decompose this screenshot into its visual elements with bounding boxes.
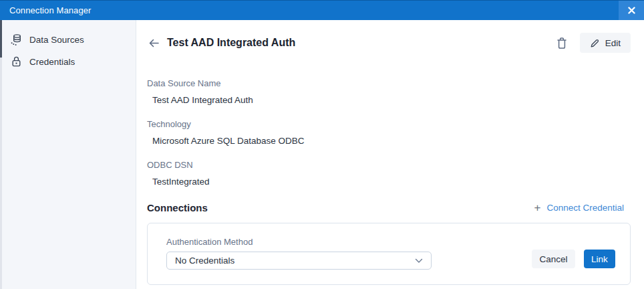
auth-method-label: Authentication Method <box>166 236 614 248</box>
edit-button[interactable]: Edit <box>580 33 631 53</box>
edit-button-label: Edit <box>605 38 621 48</box>
arrow-left-icon <box>148 38 160 48</box>
panel-actions: Cancel Link <box>532 250 615 268</box>
sidebar-item-credentials[interactable]: Credentials <box>0 51 136 72</box>
back-button[interactable] <box>147 37 161 50</box>
plus-icon: + <box>534 203 540 213</box>
close-button[interactable] <box>619 1 644 20</box>
field-technology: Technology Microsoft Azure SQL Database … <box>147 118 631 147</box>
connect-credential-button[interactable]: + Connect Credential <box>532 201 625 214</box>
connections-header: Connections + Connect Credential <box>147 201 631 214</box>
connection-manager-window: Connection Manager <box>0 0 644 289</box>
data-source-detail: Test AAD Integrated Auth <box>136 20 644 289</box>
page-title: Test AAD Integrated Auth <box>167 37 295 49</box>
selected-option: No Credentials <box>175 256 234 266</box>
scrollbar-thumb[interactable] <box>0 20 2 58</box>
cancel-button[interactable]: Cancel <box>532 250 575 268</box>
link-button[interactable]: Link <box>584 250 615 268</box>
detail-header: Test AAD Integrated Auth <box>147 33 631 53</box>
authentication-method-select[interactable]: No Credentials <box>166 252 432 270</box>
field-value: TestIntegrated <box>152 176 631 188</box>
field-odbc-dsn: ODBC DSN TestIntegrated <box>147 159 631 188</box>
close-icon <box>628 7 635 14</box>
sidebar-item-label: Credentials <box>29 57 75 67</box>
sidebar-item-data-sources[interactable]: Data Sources <box>0 29 136 51</box>
field-data-source-name: Data Source Name Test AAD Integrated Aut… <box>147 78 631 106</box>
window-title: Connection Manager <box>9 5 92 15</box>
chevron-down-icon <box>415 258 423 264</box>
sidebar-scrollbar[interactable] <box>0 20 2 289</box>
connection-panel: Authentication Method No Credentials Can… <box>147 223 631 285</box>
field-label: ODBC DSN <box>147 159 631 171</box>
pencil-icon <box>590 38 600 48</box>
database-icon <box>10 33 22 46</box>
trash-icon <box>556 36 568 50</box>
titlebar: Connection Manager <box>0 0 644 20</box>
field-label: Technology <box>147 118 631 130</box>
sidebar-item-label: Data Sources <box>29 35 84 45</box>
field-label: Data Source Name <box>147 78 631 90</box>
field-list: Data Source Name Test AAD Integrated Aut… <box>147 78 631 188</box>
lock-icon <box>10 56 22 68</box>
field-value: Microsoft Azure SQL Database ODBC <box>152 135 631 147</box>
connect-credential-label: Connect Credential <box>546 203 624 213</box>
sidebar: Data Sources Credentials <box>0 20 136 289</box>
delete-button[interactable] <box>554 35 569 51</box>
connections-heading: Connections <box>147 202 208 213</box>
field-value: Test AAD Integrated Auth <box>152 94 631 106</box>
